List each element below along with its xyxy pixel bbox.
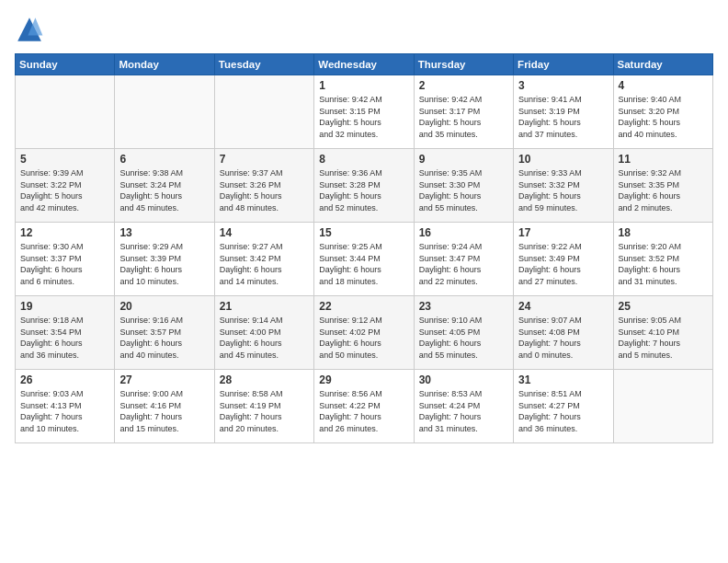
- day-number: 30: [419, 373, 508, 386]
- calendar-cell: 25Sunrise: 9:05 AM Sunset: 4:10 PM Dayli…: [613, 296, 712, 370]
- day-number: 20: [119, 300, 209, 313]
- day-info: Sunrise: 9:16 AM Sunset: 3:57 PM Dayligh…: [119, 315, 209, 361]
- day-number: 8: [319, 153, 408, 166]
- weekday-header: Tuesday: [214, 54, 313, 75]
- calendar-cell: 28Sunrise: 8:58 AM Sunset: 4:19 PM Dayli…: [214, 370, 313, 443]
- calendar-week-row: 26Sunrise: 9:03 AM Sunset: 4:13 PM Dayli…: [16, 370, 713, 443]
- calendar-cell: 12Sunrise: 9:30 AM Sunset: 3:37 PM Dayli…: [16, 223, 115, 296]
- calendar-cell: [214, 75, 313, 149]
- day-info: Sunrise: 9:10 AM Sunset: 4:05 PM Dayligh…: [419, 315, 508, 361]
- day-number: 25: [619, 300, 708, 313]
- calendar-cell: 23Sunrise: 9:10 AM Sunset: 4:05 PM Dayli…: [414, 296, 513, 370]
- day-info: Sunrise: 9:12 AM Sunset: 4:02 PM Dayligh…: [319, 315, 408, 361]
- day-info: Sunrise: 9:36 AM Sunset: 3:28 PM Dayligh…: [319, 167, 408, 213]
- calendar-cell: 21Sunrise: 9:14 AM Sunset: 4:00 PM Dayli…: [214, 296, 313, 370]
- calendar-week-row: 19Sunrise: 9:18 AM Sunset: 3:54 PM Dayli…: [16, 296, 713, 370]
- calendar-cell: 19Sunrise: 9:18 AM Sunset: 3:54 PM Dayli…: [16, 296, 115, 370]
- day-number: 9: [419, 153, 508, 166]
- day-info: Sunrise: 9:00 AM Sunset: 4:16 PM Dayligh…: [119, 388, 209, 434]
- calendar-cell: 5Sunrise: 9:39 AM Sunset: 3:22 PM Daylig…: [16, 149, 115, 223]
- calendar-cell: 7Sunrise: 9:37 AM Sunset: 3:26 PM Daylig…: [214, 149, 313, 223]
- day-number: 26: [20, 373, 109, 386]
- day-info: Sunrise: 9:32 AM Sunset: 3:35 PM Dayligh…: [619, 167, 708, 213]
- calendar-cell: 13Sunrise: 9:29 AM Sunset: 3:39 PM Dayli…: [115, 223, 214, 296]
- day-info: Sunrise: 9:42 AM Sunset: 3:15 PM Dayligh…: [319, 94, 408, 140]
- calendar-cell: 27Sunrise: 9:00 AM Sunset: 4:16 PM Dayli…: [115, 370, 214, 443]
- calendar-cell: 30Sunrise: 8:53 AM Sunset: 4:24 PM Dayli…: [414, 370, 513, 443]
- day-number: 14: [220, 226, 309, 239]
- weekday-header: Wednesday: [314, 54, 414, 75]
- day-info: Sunrise: 9:29 AM Sunset: 3:39 PM Dayligh…: [119, 241, 209, 287]
- calendar-week-row: 12Sunrise: 9:30 AM Sunset: 3:37 PM Dayli…: [16, 223, 713, 296]
- calendar-cell: 29Sunrise: 8:56 AM Sunset: 4:22 PM Dayli…: [314, 370, 414, 443]
- day-number: 15: [319, 226, 408, 239]
- calendar-cell: 4Sunrise: 9:40 AM Sunset: 3:20 PM Daylig…: [613, 75, 712, 149]
- day-info: Sunrise: 9:24 AM Sunset: 3:47 PM Dayligh…: [419, 241, 508, 287]
- calendar-cell: 26Sunrise: 9:03 AM Sunset: 4:13 PM Dayli…: [16, 370, 115, 443]
- day-info: Sunrise: 9:40 AM Sunset: 3:20 PM Dayligh…: [619, 94, 708, 140]
- day-number: 13: [119, 226, 209, 239]
- day-number: 17: [518, 226, 608, 239]
- day-info: Sunrise: 9:22 AM Sunset: 3:49 PM Dayligh…: [518, 241, 608, 287]
- day-info: Sunrise: 9:25 AM Sunset: 3:44 PM Dayligh…: [319, 241, 408, 287]
- weekday-header: Monday: [115, 54, 214, 75]
- day-info: Sunrise: 9:05 AM Sunset: 4:10 PM Dayligh…: [619, 315, 708, 361]
- day-info: Sunrise: 9:33 AM Sunset: 3:32 PM Dayligh…: [518, 167, 608, 213]
- weekday-header: Friday: [514, 54, 613, 75]
- day-number: 24: [518, 300, 608, 313]
- day-number: 31: [518, 373, 608, 386]
- calendar-cell: 16Sunrise: 9:24 AM Sunset: 3:47 PM Dayli…: [414, 223, 513, 296]
- calendar-cell: 8Sunrise: 9:36 AM Sunset: 3:28 PM Daylig…: [314, 149, 414, 223]
- calendar-cell: [613, 370, 712, 443]
- calendar-cell: 17Sunrise: 9:22 AM Sunset: 3:49 PM Dayli…: [514, 223, 613, 296]
- day-number: 29: [319, 373, 408, 386]
- day-number: 10: [518, 153, 608, 166]
- calendar-header: SundayMondayTuesdayWednesdayThursdayFrid…: [16, 54, 713, 75]
- calendar-week-row: 1Sunrise: 9:42 AM Sunset: 3:15 PM Daylig…: [16, 75, 713, 149]
- day-info: Sunrise: 9:39 AM Sunset: 3:22 PM Dayligh…: [20, 167, 109, 213]
- page: SundayMondayTuesdayWednesdayThursdayFrid…: [0, 0, 728, 563]
- calendar-week-row: 5Sunrise: 9:39 AM Sunset: 3:22 PM Daylig…: [16, 149, 713, 223]
- calendar-cell: 20Sunrise: 9:16 AM Sunset: 3:57 PM Dayli…: [115, 296, 214, 370]
- day-number: 3: [518, 79, 608, 92]
- day-info: Sunrise: 8:58 AM Sunset: 4:19 PM Dayligh…: [220, 388, 309, 434]
- day-info: Sunrise: 9:07 AM Sunset: 4:08 PM Dayligh…: [518, 315, 608, 361]
- calendar-cell: 6Sunrise: 9:38 AM Sunset: 3:24 PM Daylig…: [115, 149, 214, 223]
- day-number: 19: [20, 300, 109, 313]
- day-number: 28: [220, 373, 309, 386]
- day-number: 23: [419, 300, 508, 313]
- weekday-header: Saturday: [613, 54, 712, 75]
- calendar-cell: 24Sunrise: 9:07 AM Sunset: 4:08 PM Dayli…: [514, 296, 613, 370]
- day-number: 21: [220, 300, 309, 313]
- weekday-header: Thursday: [414, 54, 513, 75]
- day-info: Sunrise: 9:14 AM Sunset: 4:00 PM Dayligh…: [220, 315, 309, 361]
- calendar-cell: 22Sunrise: 9:12 AM Sunset: 4:02 PM Dayli…: [314, 296, 414, 370]
- calendar-body: 1Sunrise: 9:42 AM Sunset: 3:15 PM Daylig…: [16, 75, 713, 443]
- day-number: 22: [319, 300, 408, 313]
- calendar-cell: [115, 75, 214, 149]
- day-number: 4: [619, 79, 708, 92]
- weekday-header: Sunday: [16, 54, 115, 75]
- day-number: 5: [20, 153, 109, 166]
- day-info: Sunrise: 9:30 AM Sunset: 3:37 PM Dayligh…: [20, 241, 109, 287]
- calendar-cell: 31Sunrise: 8:51 AM Sunset: 4:27 PM Dayli…: [514, 370, 613, 443]
- calendar-cell: 1Sunrise: 9:42 AM Sunset: 3:15 PM Daylig…: [314, 75, 414, 149]
- day-info: Sunrise: 8:53 AM Sunset: 4:24 PM Dayligh…: [419, 388, 508, 434]
- day-number: 6: [119, 153, 209, 166]
- day-info: Sunrise: 9:41 AM Sunset: 3:19 PM Dayligh…: [518, 94, 608, 140]
- day-info: Sunrise: 9:37 AM Sunset: 3:26 PM Dayligh…: [220, 167, 309, 213]
- header: [15, 15, 713, 44]
- logo: [15, 15, 48, 44]
- day-info: Sunrise: 9:42 AM Sunset: 3:17 PM Dayligh…: [419, 94, 508, 140]
- logo-icon: [15, 15, 44, 44]
- day-info: Sunrise: 9:27 AM Sunset: 3:42 PM Dayligh…: [220, 241, 309, 287]
- calendar-cell: 3Sunrise: 9:41 AM Sunset: 3:19 PM Daylig…: [514, 75, 613, 149]
- day-info: Sunrise: 9:03 AM Sunset: 4:13 PM Dayligh…: [20, 388, 109, 434]
- day-number: 11: [619, 153, 708, 166]
- day-number: 18: [619, 226, 708, 239]
- calendar-cell: 2Sunrise: 9:42 AM Sunset: 3:17 PM Daylig…: [414, 75, 513, 149]
- day-number: 27: [119, 373, 209, 386]
- calendar-table: SundayMondayTuesdayWednesdayThursdayFrid…: [15, 53, 713, 443]
- calendar-cell: 9Sunrise: 9:35 AM Sunset: 3:30 PM Daylig…: [414, 149, 513, 223]
- day-number: 16: [419, 226, 508, 239]
